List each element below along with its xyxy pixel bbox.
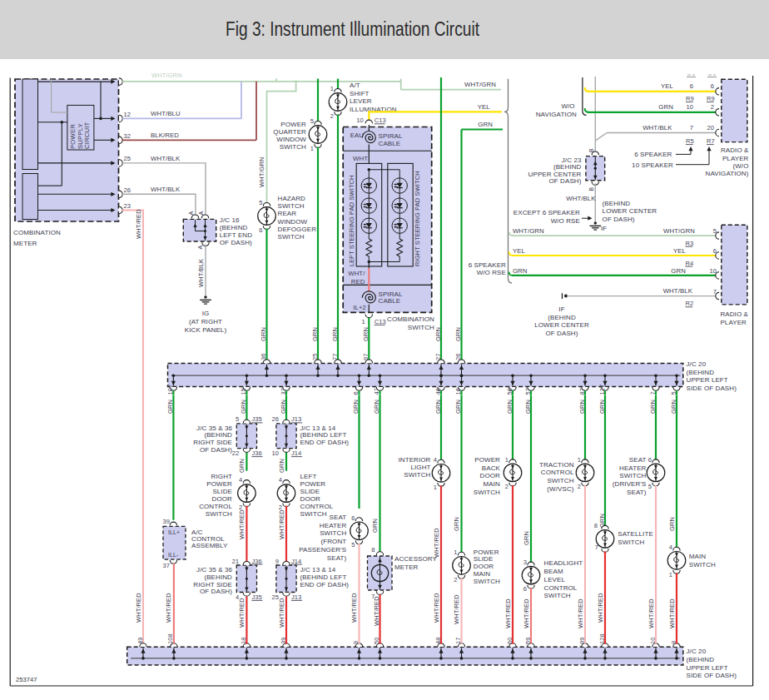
svg-text:R3: R3 <box>686 240 694 247</box>
svg-text:(W/O: (W/O <box>732 162 748 170</box>
svg-text:SWITCH: SWITCH <box>206 510 232 518</box>
svg-text:OF DASH): OF DASH) <box>545 330 578 337</box>
svg-text:SWITCH: SWITCH <box>320 529 346 537</box>
svg-text:27: 27 <box>434 353 442 360</box>
svg-text:B: B <box>588 187 594 191</box>
svg-text:SIDE OF DASH): SIDE OF DASH) <box>687 672 737 679</box>
svg-text:J36: J36 <box>251 558 261 565</box>
svg-text:(BEHIND: (BEHIND <box>687 656 715 663</box>
svg-text:PLAYER: PLAYER <box>722 155 749 162</box>
svg-text:EAU: EAU <box>350 132 365 139</box>
svg-text:39: 39 <box>162 518 170 525</box>
svg-text:C13: C13 <box>375 117 386 124</box>
svg-text:SHIFT: SHIFT <box>350 90 370 97</box>
svg-text:(BEHIND: (BEHIND <box>687 369 715 376</box>
svg-text:UPPER LEFT: UPPER LEFT <box>687 664 728 672</box>
svg-text:J35: J35 <box>251 415 261 423</box>
svg-text:SWITCH: SWITCH <box>278 202 305 210</box>
svg-text:23: 23 <box>124 202 131 210</box>
svg-text:10: 10 <box>271 449 279 457</box>
svg-text:DOOR: DOOR <box>212 495 233 503</box>
svg-text:CONTROL: CONTROL <box>199 503 232 510</box>
svg-text:4: 4 <box>434 456 437 464</box>
svg-text:J/C 13 & 14: J/C 13 & 14 <box>300 424 336 432</box>
svg-text:WHT/GRN: WHT/GRN <box>464 81 496 88</box>
svg-text:LEFT STEERING PAD SWITCH: LEFT STEERING PAD SWITCH <box>348 175 355 266</box>
svg-text:2: 2 <box>711 103 714 111</box>
svg-text:3: 3 <box>523 559 527 566</box>
svg-text:2: 2 <box>505 483 509 490</box>
svg-text:REAR: REAR <box>278 210 297 217</box>
svg-text:WHT/RED: WHT/RED <box>577 598 584 628</box>
svg-text:WHT/RED: WHT/RED <box>165 593 172 623</box>
svg-text:36: 36 <box>260 353 267 360</box>
svg-text:SWITCH: SWITCH <box>408 324 434 331</box>
svg-text:GRN: GRN <box>238 459 246 473</box>
svg-text:BACK: BACK <box>482 464 501 472</box>
svg-text:SWITCH: SWITCH <box>300 510 327 518</box>
svg-text:WHT/GRN: WHT/GRN <box>513 227 544 235</box>
svg-text:SEAT: SEAT <box>330 514 347 521</box>
svg-text:POWER: POWER <box>300 480 326 488</box>
svg-text:BEAM: BEAM <box>544 568 563 575</box>
svg-text:GRN: GRN <box>371 519 379 533</box>
svg-text:CABLE: CABLE <box>379 140 401 147</box>
svg-text:1: 1 <box>454 549 457 556</box>
svg-text:5: 5 <box>713 227 717 235</box>
svg-text:10: 10 <box>709 267 717 275</box>
svg-text:WHT/BLK: WHT/BLK <box>151 155 181 162</box>
svg-text:GRN: GRN <box>331 327 339 341</box>
svg-text:1: 1 <box>310 145 314 152</box>
svg-text:J/C 16: J/C 16 <box>220 216 240 224</box>
svg-text:COMBINATION: COMBINATION <box>13 229 61 236</box>
svg-text:W/O RSE: W/O RSE <box>477 269 506 276</box>
svg-text:J14: J14 <box>291 558 301 565</box>
svg-text:10 SPEAKER: 10 SPEAKER <box>632 161 673 169</box>
svg-text:SWITCH: SWITCH <box>474 489 500 496</box>
svg-text:QUARTER: QUARTER <box>273 128 306 136</box>
svg-text:8: 8 <box>594 522 598 529</box>
svg-text:SWITCH: SWITCH <box>404 471 430 479</box>
svg-text:1: 1 <box>505 456 509 464</box>
svg-text:WHT/RED: WHT/RED <box>238 509 246 539</box>
svg-text:C13: C13 <box>375 318 386 325</box>
svg-text:SEAT): SEAT) <box>327 554 347 562</box>
svg-text:6 SPEAKER: 6 SPEAKER <box>634 151 672 158</box>
svg-text:2: 2 <box>454 576 457 583</box>
svg-text:(BEHIND: (BEHIND <box>204 573 232 581</box>
svg-text:LEFT END: LEFT END <box>220 231 252 239</box>
svg-text:SWITCH: SWITCH <box>619 472 646 479</box>
svg-text:7: 7 <box>595 544 598 551</box>
svg-text:WHT/RED: WHT/RED <box>453 594 460 624</box>
svg-text:R9: R9 <box>707 95 715 102</box>
svg-text:J14: J14 <box>291 449 301 457</box>
svg-text:TRACTION: TRACTION <box>539 461 574 469</box>
svg-text:A/T: A/T <box>350 82 360 89</box>
svg-text:W/O: W/O <box>561 102 574 110</box>
svg-text:WHT/RED: WHT/RED <box>504 598 512 628</box>
svg-text:MAIN: MAIN <box>484 480 501 488</box>
svg-text:LEVEL: LEVEL <box>544 576 566 583</box>
svg-text:WHT/RED: WHT/RED <box>278 509 285 539</box>
svg-text:INTERIOR: INTERIOR <box>398 456 430 464</box>
svg-text:6: 6 <box>523 585 527 593</box>
svg-text:CONTROL: CONTROL <box>541 469 574 476</box>
svg-text:SWITCH: SWITCH <box>618 539 644 546</box>
svg-text:RADIO &: RADIO & <box>720 310 748 318</box>
svg-text:WHT/RED: WHT/RED <box>597 593 604 623</box>
svg-text:ASSEMBLY: ASSEMBLY <box>191 542 228 549</box>
svg-text:BLK/RED: BLK/RED <box>151 132 179 139</box>
svg-text:SPIRAL: SPIRAL <box>379 290 404 298</box>
svg-text:GRN: GRN <box>454 327 462 341</box>
svg-text:6 SPEAKER: 6 SPEAKER <box>469 261 506 269</box>
svg-text:1: 1 <box>362 318 365 325</box>
svg-text:J/C 35 & 36: J/C 35 & 36 <box>196 566 232 573</box>
svg-text:SLIDE: SLIDE <box>212 488 232 495</box>
svg-text:12: 12 <box>124 111 131 118</box>
svg-text:METER: METER <box>13 240 37 247</box>
svg-text:26: 26 <box>124 186 131 194</box>
svg-text:97: 97 <box>362 353 370 360</box>
svg-text:OF DASH): OF DASH) <box>220 239 252 246</box>
svg-text:IF: IF <box>558 305 564 313</box>
svg-text:9: 9 <box>275 558 279 565</box>
